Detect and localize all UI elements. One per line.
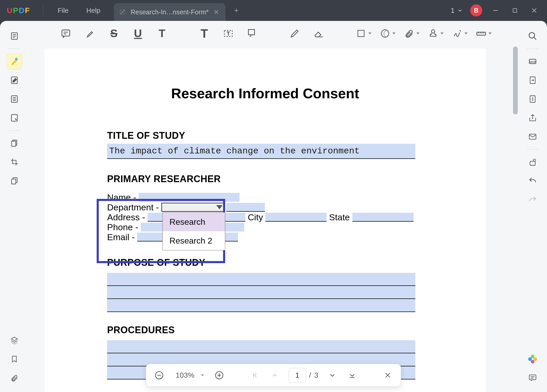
page-title: Research Informed Consent — [107, 85, 423, 101]
zoom-level: 103% — [173, 371, 197, 379]
close-icon[interactable] — [213, 9, 219, 15]
shape-tool[interactable] — [354, 27, 368, 40]
zoom-in-button[interactable] — [213, 370, 225, 381]
vertical-scrollbar[interactable] — [513, 47, 518, 114]
city-label: City — [245, 213, 265, 222]
form-mode-button[interactable] — [7, 110, 22, 126]
text-tool[interactable]: T — [197, 27, 211, 40]
pdf-page: Research Informed Consent TITLE OF STUDY… — [44, 49, 486, 392]
chevron-down-icon — [200, 373, 205, 378]
thumbnails-button[interactable] — [7, 28, 22, 44]
close-navigator-button[interactable] — [382, 370, 394, 381]
undo-button[interactable] — [525, 173, 540, 189]
separator — [43, 5, 43, 16]
window-close-button[interactable] — [528, 4, 540, 16]
purpose-line[interactable] — [107, 286, 415, 299]
page-indicator: / 3 — [289, 368, 318, 383]
window-maximize-button[interactable] — [509, 4, 521, 16]
strikethrough-tool[interactable]: S — [107, 27, 121, 40]
city-field[interactable] — [265, 213, 327, 222]
share-button[interactable] — [525, 110, 540, 126]
page-navigator: 103% / 3 — [146, 364, 401, 387]
purpose-line[interactable] — [107, 273, 415, 286]
stamp-tool[interactable] — [426, 27, 440, 40]
department-dropdown-list: Research Research 2 — [162, 212, 225, 250]
callout-tool[interactable] — [246, 27, 259, 40]
department-extra-field[interactable] — [226, 203, 265, 212]
compress-button[interactable] — [525, 91, 540, 107]
page-total: 3 — [314, 371, 318, 379]
procedures-line[interactable] — [107, 340, 415, 353]
svg-text:T: T — [226, 30, 230, 37]
prev-page-button[interactable] — [269, 370, 280, 381]
app-logo: UPDF — [2, 6, 37, 15]
search-button[interactable] — [525, 28, 540, 44]
next-page-button[interactable] — [327, 370, 338, 381]
crop-button[interactable] — [7, 154, 22, 170]
highlighter-mode-button[interactable] — [7, 54, 22, 69]
first-page-button[interactable] — [249, 370, 260, 381]
open-docs-dropdown[interactable]: 1 — [451, 7, 463, 15]
zoom-dropdown[interactable]: 103% — [173, 371, 205, 379]
copy-button[interactable] — [7, 173, 22, 189]
sticker-tool[interactable] — [378, 27, 392, 40]
zoom-out-button[interactable] — [153, 370, 165, 381]
ruler-tool[interactable] — [474, 27, 488, 40]
edit-text-button[interactable] — [7, 72, 22, 88]
chevron-down-icon — [457, 8, 463, 13]
left-toolbar — [0, 21, 29, 392]
svg-rect-14 — [248, 30, 254, 35]
convert-button[interactable] — [525, 72, 540, 88]
highlight-tool[interactable] — [83, 27, 97, 40]
layers-button[interactable] — [7, 332, 22, 348]
new-tab-button[interactable]: + — [231, 5, 242, 16]
department-dropdown[interactable]: Research Research 2 — [161, 203, 225, 212]
dropdown-option[interactable]: Research — [163, 212, 225, 231]
textbox-tool[interactable]: T — [222, 27, 235, 40]
signature-tool[interactable] — [450, 27, 464, 40]
protect-button[interactable] — [525, 154, 540, 170]
menu-file[interactable]: File — [49, 7, 78, 15]
ai-assistant-button[interactable] — [525, 351, 540, 367]
svg-rect-18 — [477, 32, 485, 35]
attachment-button[interactable] — [7, 370, 22, 386]
eraser-tool[interactable] — [312, 27, 325, 40]
user-avatar[interactable]: B — [470, 4, 482, 16]
section-heading-title: TITLE OF STUDY — [107, 130, 423, 141]
dropdown-option[interactable]: Research 2 — [163, 231, 225, 250]
address-label: Address - — [107, 213, 148, 222]
svg-point-28 — [533, 159, 536, 162]
page-input[interactable] — [289, 368, 306, 383]
section-heading-purpose: PURPOSE OF STUDY — [107, 257, 423, 268]
svg-rect-10 — [11, 179, 16, 184]
separator — [527, 49, 539, 49]
name-field[interactable] — [139, 193, 240, 202]
svg-rect-15 — [358, 30, 364, 37]
redo-button[interactable] — [525, 192, 540, 207]
note-tool[interactable] — [59, 27, 73, 40]
menu-help[interactable]: Help — [78, 7, 109, 15]
page-separator: / — [309, 371, 311, 379]
state-field[interactable] — [352, 213, 414, 222]
squiggly-tool[interactable]: T — [155, 27, 169, 40]
department-label: Department - — [107, 203, 161, 212]
document-viewport[interactable]: Research Informed Consent TITLE OF STUDY… — [29, 44, 518, 392]
titlebar: UPDF File Help Research-In…nsent-Form* +… — [0, 0, 547, 21]
email-button[interactable] — [525, 129, 540, 145]
comments-button[interactable] — [525, 370, 540, 386]
attach-tool[interactable] — [402, 27, 416, 40]
study-title-field[interactable]: The impact of climate change on the envi… — [107, 144, 415, 159]
document-tab[interactable]: Research-In…nsent-Form* — [114, 3, 225, 21]
purpose-line[interactable] — [107, 299, 415, 312]
last-page-button[interactable] — [347, 370, 358, 381]
underline-tool[interactable]: U — [131, 27, 145, 40]
window-minimize-button[interactable] — [490, 4, 502, 16]
pencil-tool[interactable] — [288, 27, 301, 40]
pages-button[interactable] — [7, 135, 22, 151]
section-heading-procedures: PROCEDURES — [107, 325, 423, 336]
outline-button[interactable] — [7, 91, 22, 107]
bookmark-button[interactable] — [7, 351, 22, 367]
ocr-button[interactable]: OCR — [525, 54, 540, 69]
svg-rect-3 — [15, 58, 18, 60]
chevron-down-icon — [216, 205, 223, 209]
